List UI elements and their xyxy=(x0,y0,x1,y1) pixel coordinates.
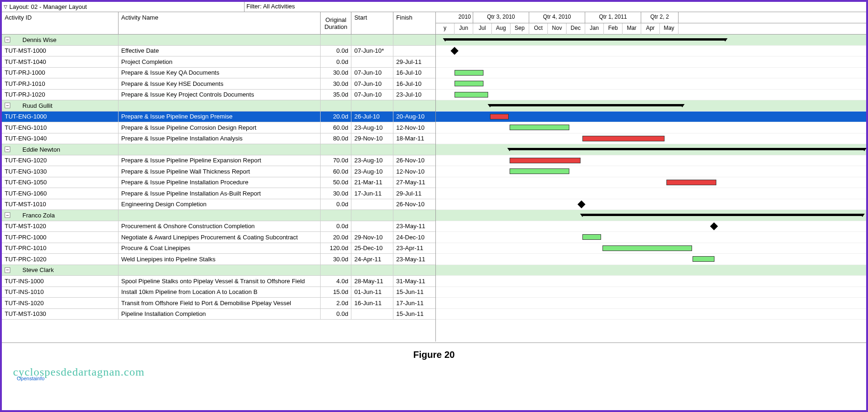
activity-id: TUT-ENG-1030 xyxy=(2,166,119,177)
table-row[interactable]: TUT-PRJ-1020Prepare & Issue Key Project … xyxy=(2,90,435,101)
activity-duration: 2.0d xyxy=(321,298,351,308)
table-row[interactable]: TUT-MST-1000Effective Date0.0d07-Jun-10* xyxy=(2,46,435,57)
collapse-icon[interactable]: − xyxy=(5,37,10,42)
gantt-row[interactable] xyxy=(436,133,866,145)
table-row[interactable]: TUT-ENG-1000Prepare & Issue Pipeline Des… xyxy=(2,112,435,123)
activity-finish: 15-Jun-11 xyxy=(393,309,435,320)
activity-finish: 16-Jul-10 xyxy=(393,68,435,78)
gantt-row[interactable] xyxy=(436,56,866,68)
col-finish[interactable]: Finish xyxy=(393,12,435,34)
table-row[interactable]: TUT-PRJ-1000Prepare & Issue Key QA Docum… xyxy=(2,68,435,79)
gantt-row[interactable] xyxy=(436,122,866,133)
collapse-icon[interactable]: − xyxy=(5,147,10,152)
milestone-icon[interactable] xyxy=(710,222,718,230)
activity-finish: 31-May-11 xyxy=(393,276,435,286)
table-row[interactable]: TUT-MST-1040Project Completion0.0d29-Jul… xyxy=(2,56,435,68)
top-bar: ▽ Layout: 02 - Manager Layout Filter: Al… xyxy=(2,2,866,12)
gantt-row[interactable] xyxy=(436,78,866,90)
col-duration[interactable]: OriginalDuration xyxy=(321,12,351,34)
activity-name: Prepare & Issue Key HSE Documents xyxy=(119,78,321,89)
table-row[interactable]: TUT-MST-1030Pipeline Installation Comple… xyxy=(2,309,435,320)
table-row[interactable]: TUT-PRC-1000Negotiate & Award Linepipes … xyxy=(2,232,435,243)
gantt-row[interactable] xyxy=(436,254,866,265)
layout-label: Layout: 02 - Manager Layout xyxy=(9,3,87,10)
activity-duration: 60.0d xyxy=(321,166,351,177)
activity-duration: 0.0d xyxy=(321,199,351,210)
group-row[interactable]: −Dennis Wise xyxy=(2,35,435,46)
col-activity-name[interactable]: Activity Name xyxy=(119,12,321,34)
table-row[interactable]: TUT-ENG-1050Prepare & Issue Pipeline Ins… xyxy=(2,177,435,189)
group-row[interactable]: −Franco Zola xyxy=(2,210,435,221)
table-row[interactable]: TUT-ENG-1040Prepare & Issue Pipeline Ins… xyxy=(2,133,435,145)
gantt-row[interactable] xyxy=(436,90,866,101)
collapse-icon[interactable]: − xyxy=(5,212,10,218)
activity-id: TUT-INS-1000 xyxy=(2,276,119,286)
table-row[interactable]: TUT-MST-1010Engineering Design Completio… xyxy=(2,199,435,210)
filter-label[interactable]: Filter: All Activities xyxy=(245,2,866,12)
gantt-bar[interactable] xyxy=(490,114,509,119)
milestone-icon[interactable] xyxy=(578,200,586,208)
activity-start: 07-Jun-10 xyxy=(351,78,393,89)
gantt-bar[interactable] xyxy=(582,234,601,240)
group-row[interactable]: −Ruud Gullit xyxy=(2,100,435,112)
col-start[interactable]: Start xyxy=(351,12,393,34)
table-row[interactable]: TUT-ENG-1030Prepare & Issue Pipeline Wal… xyxy=(2,166,435,177)
gantt-bar[interactable] xyxy=(693,256,714,262)
gantt-row[interactable] xyxy=(436,68,866,79)
activity-duration: 0.0d xyxy=(321,309,351,320)
group-row[interactable]: −Eddie Newton xyxy=(2,144,435,155)
gantt-bar[interactable] xyxy=(602,245,692,251)
table-row[interactable]: TUT-ENG-1060Prepare & Issue Pipeline Ins… xyxy=(2,188,435,199)
table-row[interactable]: TUT-PRC-1010Procure & Coat Linepipes120.… xyxy=(2,243,435,254)
table-row[interactable]: TUT-ENG-1010Prepare & Issue Pipeline Cor… xyxy=(2,122,435,133)
group-row[interactable]: −Steve Clark xyxy=(2,265,435,276)
collapse-icon[interactable]: − xyxy=(5,103,10,108)
activity-name: Effective Date xyxy=(119,46,321,56)
gantt-row[interactable] xyxy=(436,287,866,298)
gantt-row[interactable] xyxy=(436,309,866,320)
gantt-bar[interactable] xyxy=(510,158,581,163)
summary-bar xyxy=(490,104,682,106)
gantt-bar[interactable] xyxy=(582,136,665,141)
gantt-bar[interactable] xyxy=(455,81,483,86)
gantt-row[interactable] xyxy=(436,188,866,199)
table-row[interactable]: TUT-INS-1020Transit from Offshore Field … xyxy=(2,298,435,309)
gantt-row[interactable] xyxy=(436,298,866,309)
gantt-row[interactable] xyxy=(436,276,866,287)
activity-duration: 20.0d xyxy=(321,232,351,243)
gantt-row[interactable] xyxy=(436,232,866,243)
table-row[interactable]: TUT-MST-1020Procurement & Onshore Constr… xyxy=(2,221,435,232)
table-row[interactable]: TUT-INS-1000Spool Pipeline Stalks onto P… xyxy=(2,276,435,287)
table-row[interactable]: TUT-ENG-1020Prepare & Issue Pipeline Pip… xyxy=(2,155,435,167)
gantt-row[interactable] xyxy=(436,199,866,210)
table-row[interactable]: TUT-PRC-1020Weld Linepipes into Pipeline… xyxy=(2,254,435,265)
gantt-panel[interactable]: 2010Qtr 3, 2010Qtr 4, 2010Qtr 1, 2011Qtr… xyxy=(436,12,866,342)
gantt-bar[interactable] xyxy=(510,125,569,130)
activity-finish: 23-Jul-10 xyxy=(393,90,435,100)
table-row[interactable]: TUT-PRJ-1010Prepare & Issue Key HSE Docu… xyxy=(2,78,435,90)
activity-id: TUT-PRC-1000 xyxy=(2,232,119,243)
timeline-header: 2010Qtr 3, 2010Qtr 4, 2010Qtr 1, 2011Qtr… xyxy=(436,12,866,35)
activity-name: Prepare & Issue Pipeline Pipeline Expans… xyxy=(119,155,321,166)
gantt-row[interactable] xyxy=(436,155,866,167)
gantt-row[interactable] xyxy=(436,166,866,177)
activity-finish: 26-Nov-10 xyxy=(393,155,435,166)
gantt-row[interactable] xyxy=(436,46,866,57)
gantt-row[interactable] xyxy=(436,177,866,189)
activity-name: Pipeline Installation Completion xyxy=(119,309,321,320)
gantt-row[interactable] xyxy=(436,221,866,232)
gantt-bar[interactable] xyxy=(455,92,488,98)
gantt-row[interactable] xyxy=(436,112,866,123)
milestone-icon[interactable] xyxy=(451,47,459,55)
gantt-bar[interactable] xyxy=(455,70,483,76)
gantt-bar[interactable] xyxy=(510,168,569,174)
collapse-icon[interactable]: − xyxy=(5,267,10,273)
gantt-bar[interactable] xyxy=(666,180,716,185)
activity-name: Prepare & Issue Pipeline Installation Pr… xyxy=(119,177,321,188)
activity-name: Prepare & Issue Pipeline Design Premise xyxy=(119,112,321,122)
layout-selector[interactable]: ▽ Layout: 02 - Manager Layout xyxy=(2,2,245,12)
gantt-row[interactable] xyxy=(436,243,866,254)
table-row[interactable]: TUT-INS-1010Install 10km Pipeline from L… xyxy=(2,287,435,298)
activity-duration: 35.0d xyxy=(321,90,351,100)
col-activity-id[interactable]: Activity ID xyxy=(2,12,119,34)
